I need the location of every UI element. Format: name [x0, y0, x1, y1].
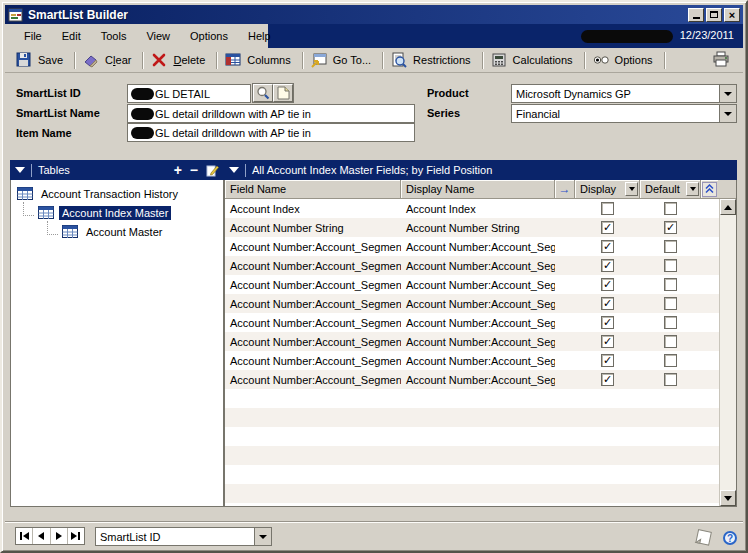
- nav-first-button[interactable]: [16, 528, 33, 544]
- item-name-field[interactable]: GL detail drilldown with AP tie in: [127, 123, 415, 142]
- tree-item-account-index-master[interactable]: Account Index Master: [11, 203, 223, 222]
- column-header-arrow[interactable]: →: [555, 180, 575, 198]
- new-note-button[interactable]: [273, 84, 293, 102]
- column-header-default[interactable]: Default: [640, 180, 701, 198]
- collapse-rows-button[interactable]: [702, 182, 717, 197]
- display-name-cell[interactable]: Account Number String: [401, 222, 555, 234]
- default-checkbox[interactable]: [664, 202, 677, 215]
- display-checkbox[interactable]: ✓: [601, 297, 614, 310]
- field-name-cell[interactable]: Account Index: [225, 203, 401, 215]
- display-name-cell[interactable]: Account Number:Account_Segn: [401, 241, 555, 253]
- display-checkbox[interactable]: ✓: [601, 335, 614, 348]
- menu-file[interactable]: File: [14, 27, 52, 45]
- help-icon[interactable]: ?: [723, 531, 737, 545]
- table-row[interactable]: Account IndexAccount Index: [225, 199, 719, 218]
- nav-last-button[interactable]: [68, 528, 84, 544]
- display-name-cell[interactable]: Account Number:Account_Segn: [401, 374, 555, 386]
- display-checkbox[interactable]: ✓: [601, 316, 614, 329]
- field-name-cell[interactable]: Account Number:Account_Segmen: [225, 374, 401, 386]
- scroll-down-button[interactable]: [720, 490, 736, 506]
- goto-button[interactable]: Go To...: [306, 49, 380, 71]
- save-button[interactable]: Save: [11, 49, 72, 71]
- menu-tools[interactable]: Tools: [91, 27, 137, 45]
- menu-edit[interactable]: Edit: [52, 27, 91, 45]
- table-row[interactable]: Account Number:Account_SegmenAccount Num…: [225, 351, 719, 370]
- column-header-field-name[interactable]: Field Name: [225, 180, 401, 198]
- clear-button[interactable]: Clear: [78, 49, 140, 71]
- display-checkbox[interactable]: ✓: [601, 259, 614, 272]
- column-header-display-name[interactable]: Display Name: [401, 180, 555, 198]
- browse-dropdown-button[interactable]: [254, 528, 271, 545]
- series-dropdown[interactable]: Financial: [511, 104, 737, 123]
- default-checkbox[interactable]: [664, 316, 677, 329]
- display-checkbox[interactable]: ✓: [601, 354, 614, 367]
- table-row[interactable]: Account Number:Account_SegmenAccount Num…: [225, 313, 719, 332]
- series-dropdown-button[interactable]: [719, 105, 736, 122]
- edit-pencil-icon[interactable]: [206, 164, 219, 177]
- display-checkbox[interactable]: ✓: [601, 240, 614, 253]
- menu-help[interactable]: Help: [238, 27, 281, 45]
- default-checkbox[interactable]: [664, 278, 677, 291]
- display-name-cell[interactable]: Account Number:Account_Segn: [401, 317, 555, 329]
- display-name-cell[interactable]: Account Number:Account_Segn: [401, 298, 555, 310]
- notes-button[interactable]: [693, 528, 715, 548]
- table-row[interactable]: Account Number:Account_SegmenAccount Num…: [225, 332, 719, 351]
- nav-next-button[interactable]: [51, 528, 68, 544]
- display-name-cell[interactable]: Account Number:Account_Segn: [401, 355, 555, 367]
- display-name-cell[interactable]: Account Number:Account_Segn: [401, 279, 555, 291]
- column-header-display[interactable]: Display: [575, 180, 640, 198]
- default-checkbox[interactable]: [664, 373, 677, 386]
- field-name-cell[interactable]: Account Number:Account_Segmen: [225, 336, 401, 348]
- lookup-button[interactable]: [253, 84, 273, 102]
- options-button[interactable]: Options: [588, 49, 662, 71]
- scroll-up-button[interactable]: [720, 199, 736, 215]
- minimize-button[interactable]: [688, 8, 704, 22]
- field-name-cell[interactable]: Account Number:Account_Segmen: [225, 260, 401, 272]
- table-row[interactable]: Account Number:Account_SegmenAccount Num…: [225, 294, 719, 313]
- smartlist-name-field[interactable]: GL detail drilldown with AP tie in: [127, 104, 415, 123]
- smartlist-id-field[interactable]: GL DETAIL: [127, 84, 251, 103]
- table-row[interactable]: Account Number:Account_SegmenAccount Num…: [225, 256, 719, 275]
- default-checkbox[interactable]: [664, 354, 677, 367]
- display-name-cell[interactable]: Account Index: [401, 203, 555, 215]
- table-row[interactable]: Account Number:Account_SegmenAccount Num…: [225, 275, 719, 294]
- product-dropdown-button[interactable]: [719, 85, 736, 102]
- table-row[interactable]: Account Number StringAccount Number Stri…: [225, 218, 719, 237]
- menu-options[interactable]: Options: [180, 27, 238, 45]
- browse-by-dropdown[interactable]: SmartList ID: [95, 527, 272, 546]
- display-name-cell[interactable]: Account Number:Account_Segn: [401, 260, 555, 272]
- display-name-cell[interactable]: Account Number:Account_Segn: [401, 336, 555, 348]
- panel-menu-arrow-icon[interactable]: [15, 167, 25, 173]
- display-checkbox[interactable]: ✓: [601, 373, 614, 386]
- default-checkbox[interactable]: [664, 335, 677, 348]
- restrictions-button[interactable]: Restrictions: [386, 49, 480, 71]
- vertical-scrollbar[interactable]: [719, 199, 736, 506]
- nav-previous-button[interactable]: [33, 528, 50, 544]
- display-checkbox[interactable]: [601, 202, 614, 215]
- product-dropdown[interactable]: Microsoft Dynamics GP: [511, 84, 737, 103]
- default-filter-button[interactable]: [686, 182, 699, 196]
- field-name-cell[interactable]: Account Number:Account_Segmen: [225, 355, 401, 367]
- menu-view[interactable]: View: [136, 27, 180, 45]
- field-name-cell[interactable]: Account Number:Account_Segmen: [225, 298, 401, 310]
- display-checkbox[interactable]: ✓: [601, 221, 614, 234]
- display-filter-button[interactable]: [625, 182, 638, 196]
- columns-button[interactable]: Columns: [220, 49, 299, 71]
- field-name-cell[interactable]: Account Number:Account_Segmen: [225, 241, 401, 253]
- tree-item-account-master[interactable]: Account Master: [11, 222, 223, 241]
- table-row[interactable]: Account Number:Account_SegmenAccount Num…: [225, 370, 719, 389]
- field-name-cell[interactable]: Account Number:Account_Segmen: [225, 317, 401, 329]
- close-button[interactable]: ×: [724, 8, 740, 22]
- panel-menu-arrow-icon[interactable]: [229, 167, 239, 173]
- display-checkbox[interactable]: ✓: [601, 278, 614, 291]
- tree-item-account-transaction-history[interactable]: Account Transaction History: [11, 184, 223, 203]
- default-checkbox[interactable]: ✓: [664, 221, 677, 234]
- maximize-button[interactable]: [706, 8, 722, 22]
- default-checkbox[interactable]: [664, 297, 677, 310]
- default-checkbox[interactable]: [664, 240, 677, 253]
- delete-button[interactable]: Delete: [146, 49, 214, 71]
- remove-table-button[interactable]: −: [190, 164, 198, 176]
- calculations-button[interactable]: Calculations: [486, 49, 582, 71]
- field-name-cell[interactable]: Account Number:Account_Segmen: [225, 279, 401, 291]
- table-row[interactable]: Account Number:Account_SegmenAccount Num…: [225, 237, 719, 256]
